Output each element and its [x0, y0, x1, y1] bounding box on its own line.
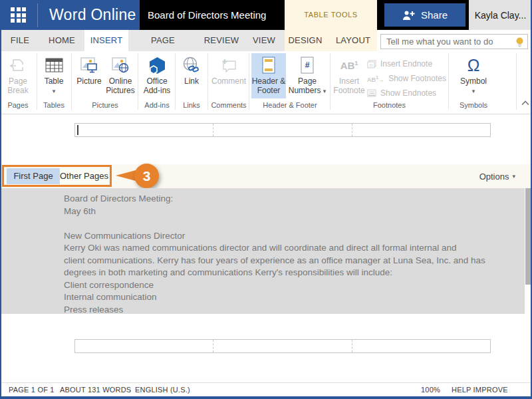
- word-online-window: Word Online Board of Directors Meeting T…: [0, 0, 532, 399]
- group-label-tables: Tables: [39, 101, 69, 110]
- page-numbers-label: Page Numbers ▾: [287, 77, 327, 96]
- header-cell-right[interactable]: [352, 124, 490, 136]
- tab-page-layout[interactable]: PAGE LAYOUT: [133, 30, 193, 51]
- comment-button[interactable]: Comment: [210, 53, 247, 98]
- header-footer-button[interactable]: Header & Footer: [251, 53, 286, 98]
- group-label-symbols: Symbols: [455, 101, 492, 110]
- footer-cell-right[interactable]: [352, 340, 490, 352]
- options-button[interactable]: Options ▾: [459, 164, 515, 188]
- group-divider: [249, 53, 249, 110]
- group-divider: [516, 53, 517, 110]
- online-pictures-button[interactable]: Online Pictures: [104, 53, 136, 98]
- group-label-footnotes: Footnotes: [332, 101, 447, 110]
- group-label-header-footer: Header & Footer: [251, 101, 329, 110]
- status-help-improve[interactable]: HELP IMPROVE OFFICE: [452, 382, 532, 396]
- dropdown-arrow-icon: ▾: [323, 88, 327, 94]
- group-label-add-ins: Add-ins: [140, 101, 174, 110]
- show-endnotes-button[interactable]: Show Endnotes: [367, 88, 447, 98]
- online-pictures-icon: [112, 53, 129, 77]
- dropdown-arrow-icon: ▾: [53, 88, 56, 94]
- group-divider: [175, 53, 176, 110]
- share-button[interactable]: Share: [384, 3, 466, 27]
- show-footnotes-button[interactable]: AB1→ Show Footnotes: [367, 73, 447, 84]
- header-table: [74, 123, 491, 137]
- group-divider: [71, 53, 72, 110]
- status-language[interactable]: ENGLISH (U.S.): [135, 382, 190, 396]
- page-numbers-icon: #: [301, 53, 314, 77]
- body-line: degrees in both marketing and communicat…: [64, 267, 489, 279]
- comment-icon: [219, 53, 238, 77]
- show-endnotes-label: Show Endnotes: [380, 88, 436, 98]
- symbol-label: Symbol▾: [460, 77, 487, 96]
- group-divider: [207, 53, 208, 110]
- office-add-ins-icon: [148, 53, 166, 77]
- body-line: client communications. Kerry has four ye…: [64, 255, 489, 267]
- page-break-button[interactable]: Page Break: [1, 53, 35, 98]
- link-label: Link: [184, 77, 199, 86]
- picture-button[interactable]: Picture: [74, 53, 104, 98]
- tab-view[interactable]: VIEW: [245, 30, 283, 51]
- footer-table: [74, 339, 491, 353]
- tab-home[interactable]: HOME: [44, 30, 80, 51]
- account-menu[interactable]: Kayla Clay...: [469, 0, 532, 30]
- header-footer-icon: [262, 53, 275, 77]
- group-divider: [448, 53, 449, 110]
- group-divider: [330, 53, 331, 110]
- lightbulb-icon: [515, 37, 524, 47]
- status-page-count[interactable]: PAGE 1 OF 1: [9, 382, 55, 396]
- picture-icon: [80, 53, 98, 77]
- header-footer-label: Header & Footer: [251, 77, 286, 95]
- body-line: Press releases: [64, 304, 489, 317]
- status-zoom-level[interactable]: 100%: [421, 382, 440, 396]
- svg-text:[i]: [i]: [370, 63, 373, 67]
- body-line: [64, 217, 489, 230]
- insert-footnote-icon: AB1: [340, 53, 358, 77]
- footer-cell-left[interactable]: [75, 340, 213, 352]
- office-add-ins-label: Office Add-ins: [140, 77, 174, 95]
- topbar-divider: [37, 3, 38, 27]
- tab-file[interactable]: FILE: [3, 30, 37, 51]
- group-label-links: Links: [177, 101, 206, 110]
- tell-me-box: [380, 34, 528, 49]
- body-line: Client correspondence: [64, 279, 489, 292]
- picture-label: Picture: [76, 77, 101, 86]
- table-label: Table▾: [45, 77, 64, 96]
- link-button[interactable]: Link: [177, 53, 206, 98]
- tab-review[interactable]: REVIEW: [202, 30, 241, 51]
- table-tools-label: TABLE TOOLS: [285, 0, 377, 30]
- options-label: Options: [479, 172, 509, 182]
- group-divider: [37, 53, 37, 110]
- link-icon: [183, 53, 200, 77]
- document-title[interactable]: Board of Directors Meeting: [148, 0, 266, 30]
- text-cursor: [77, 125, 78, 135]
- tab-design[interactable]: DESIGN: [284, 30, 327, 51]
- header-cell-left[interactable]: [75, 124, 213, 136]
- status-word-count[interactable]: ABOUT 131 WORDS: [60, 382, 131, 396]
- tell-me-input[interactable]: [381, 35, 511, 49]
- insert-footnote-button[interactable]: AB1 Insert Footnote: [332, 53, 366, 98]
- callout-tail: [116, 170, 136, 181]
- insert-endnote-icon: [i]: [367, 60, 376, 68]
- body-line: May 6th: [64, 205, 489, 218]
- tab-insert[interactable]: INSERT: [84, 30, 128, 51]
- group-divider: [138, 53, 138, 110]
- insert-endnote-button[interactable]: [i] Insert Endnote: [367, 59, 447, 69]
- collapse-ribbon-icon[interactable]: [520, 98, 531, 108]
- footer-cell-center[interactable]: [213, 340, 351, 352]
- window-left-border: [0, 0, 1, 399]
- page-break-icon: [9, 53, 27, 77]
- header-cell-center[interactable]: [213, 124, 351, 136]
- insert-endnote-label: Insert Endnote: [380, 59, 432, 68]
- document-body-text: Board of Directors Meeting: May 6th New …: [64, 193, 489, 316]
- page-break-label: Page Break: [1, 77, 35, 95]
- show-endnotes-icon: [367, 89, 376, 97]
- office-add-ins-button[interactable]: Office Add-ins: [140, 53, 174, 98]
- symbol-button[interactable]: Ω Symbol▾: [455, 53, 492, 98]
- app-name[interactable]: Word Online: [44, 0, 142, 30]
- comment-label: Comment: [211, 77, 246, 86]
- tab-layout[interactable]: LAYOUT: [332, 30, 374, 51]
- callout-badge: 3: [134, 164, 159, 188]
- app-launcher-icon[interactable]: [11, 7, 29, 23]
- table-button[interactable]: Table▾: [39, 53, 69, 98]
- page-numbers-button[interactable]: # Page Numbers ▾: [287, 53, 327, 98]
